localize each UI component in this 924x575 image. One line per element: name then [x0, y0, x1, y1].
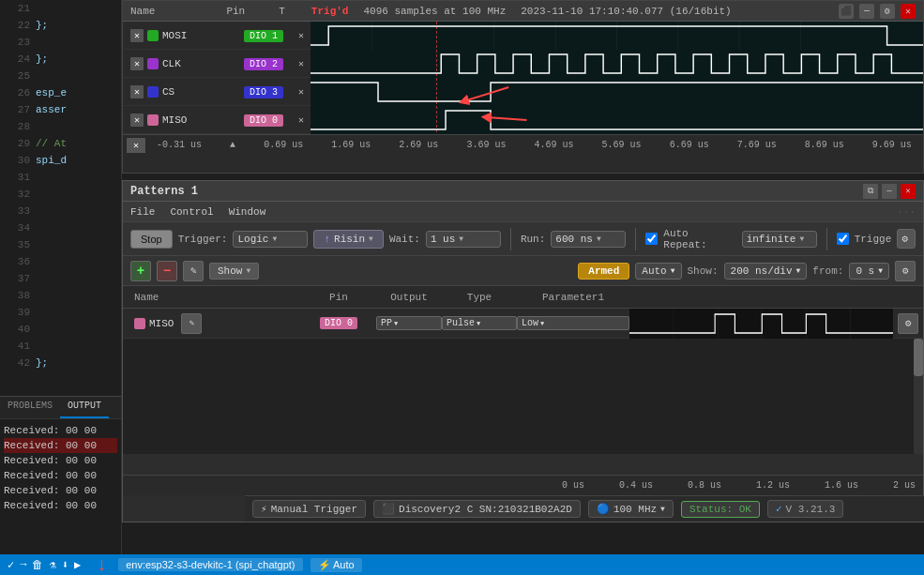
osc-mosi-pin: DIO 1	[235, 30, 292, 41]
pat-scrollbar-thumb[interactable]	[914, 339, 923, 376]
osc-icon-minimize[interactable]: —	[859, 4, 874, 19]
osc-icon-settings[interactable]: ⚙	[880, 4, 895, 19]
osc-cs-t: ✕	[292, 86, 311, 98]
status-trash-icon[interactable]: 🗑	[32, 558, 43, 572]
osc-miso-color	[147, 114, 159, 126]
osc-cs-icon[interactable]: ✕	[130, 85, 144, 98]
osc-icon-close[interactable]: ✕	[901, 4, 916, 19]
show-btn[interactable]: Show ▼	[209, 263, 259, 280]
show-div-label: Show:	[688, 265, 719, 277]
edge-icon: ↑	[324, 234, 330, 245]
col-pin-header: Pin	[301, 292, 376, 303]
status-arrow-icon[interactable]: →	[20, 558, 26, 571]
osc-miso-icon[interactable]: ✕	[130, 113, 144, 127]
code-42: };	[36, 357, 48, 369]
ln-29: 29	[4, 138, 30, 149]
auto-repeat-checkbox[interactable]	[645, 233, 658, 245]
from-dropdown[interactable]: 0 s ▼	[849, 263, 889, 280]
col-output-header: Output	[376, 292, 442, 303]
edge-dropdown[interactable]: ↑ Risin ▼	[313, 230, 383, 249]
osc-clk-icon[interactable]: ✕	[130, 57, 144, 70]
col-headers: Name Pin Output Type Parameter1	[123, 286, 923, 309]
env-button[interactable]: env:esp32-s3-devkitc-1 (spi_chatgpt)	[118, 558, 302, 571]
trigger-check-label: Trigge	[855, 234, 892, 245]
tab-problems[interactable]: PROBLEMS	[0, 397, 60, 418]
pat-icon-minimize[interactable]: —	[882, 184, 897, 199]
osc-cs-pin: DIO 3	[235, 86, 292, 98]
ln-33: 33	[4, 205, 30, 217]
auto-value: Auto	[642, 265, 666, 277]
ln-40: 40	[4, 324, 30, 335]
add-signal-btn[interactable]: +	[130, 261, 151, 281]
ln-41: 41	[4, 340, 30, 352]
remove-signal-btn[interactable]: −	[157, 261, 177, 281]
auto-dropdown[interactable]: Auto ▼	[635, 263, 681, 280]
run-dropdown[interactable]: 600 ns ▼	[551, 231, 626, 248]
pat-icon-restore[interactable]: ⧉	[863, 184, 878, 199]
time-mark-6: 5.69 us	[602, 140, 642, 150]
osc-header: Name Pin T Trig'd 4096 samples at 100 MH…	[123, 1, 923, 22]
ln-34: 34	[4, 222, 30, 234]
osc-clk-name-cell: ✕ CLK	[123, 57, 235, 70]
trigger-settings-btn[interactable]: ⚙	[897, 229, 916, 249]
time-mark-0: -0.31 us	[157, 140, 202, 150]
osc-time-close-btn[interactable]: ✕	[127, 138, 145, 153]
status-check-icon[interactable]: ✓	[8, 558, 14, 572]
term-line-1: Received: 00 00	[4, 423, 117, 438]
terminal-content: Received: 00 00 Received: 00 00 Received…	[0, 419, 121, 517]
status-flask-icon[interactable]: ⚗	[49, 558, 55, 572]
menu-file[interactable]: File	[130, 206, 155, 218]
div-dropdown[interactable]: 200 ns/div ▼	[724, 263, 808, 280]
code-30: spi_d	[36, 155, 67, 166]
ln-26: 26	[4, 87, 30, 98]
pat-scrollbar[interactable]	[914, 339, 923, 454]
pat-miso-param-dropdown[interactable]: Low ▼	[517, 316, 629, 330]
time-trig-icon: ▲	[230, 140, 235, 150]
freq-info[interactable]: 🔵 100 MHz ▼	[588, 500, 674, 518]
time-mark-10: 9.69 us	[872, 140, 912, 150]
oscilloscope-panel: Name Pin T Trig'd 4096 samples at 100 MH…	[122, 0, 924, 174]
edit-signal-btn[interactable]: ✎	[183, 261, 204, 281]
stop-button[interactable]: Stop	[130, 230, 173, 249]
auto-button[interactable]: ⚡ Auto	[311, 558, 362, 572]
wait-dropdown[interactable]: 1 us ▼	[426, 231, 501, 248]
manual-trigger-btn[interactable]: ⚡ Manual Trigger	[252, 500, 366, 518]
code-26: esp_e	[36, 87, 67, 98]
pat-title: Patterns 1	[130, 185, 198, 198]
menu-window[interactable]: Window	[229, 206, 266, 218]
osc-signal-clk: ✕ CLK DIO 2 ✕	[123, 50, 923, 78]
freq-icon: 🔵	[597, 503, 610, 515]
auto-repeat-dropdown[interactable]: infinite ▼	[742, 231, 817, 248]
status-play-icon[interactable]: ▶	[74, 558, 81, 572]
osc-clk-label: CLK	[162, 58, 181, 69]
trigger-check[interactable]	[837, 233, 849, 245]
status-download-icon[interactable]: ⬇	[62, 558, 68, 572]
pat-miso-type-dropdown[interactable]: Pulse ▼	[442, 316, 517, 330]
osc-icon-monitor[interactable]: ⬛	[839, 4, 854, 19]
pat-miso-output-dropdown[interactable]: PP ▼	[376, 316, 442, 330]
wait-label: Wait:	[389, 234, 420, 245]
pat-miso-edit-btn[interactable]: ✎	[181, 313, 202, 334]
osc-signal-miso: ✕ MISO DIO 0 ✕	[123, 106, 923, 134]
osc-mosi-t: ✕	[292, 30, 311, 41]
pat-settings-btn[interactable]: ⚙	[895, 261, 916, 281]
osc-mosi-color	[147, 30, 159, 41]
osc-trig-label: Trig'd	[311, 6, 349, 17]
pat-miso-pin-badge: DIO 0	[320, 317, 357, 329]
from-value: 0 s	[856, 265, 874, 277]
osc-mosi-icon[interactable]: ✕	[130, 29, 144, 42]
ln-24: 24	[4, 53, 30, 65]
time-mark-8: 7.69 us	[737, 140, 777, 150]
osc-samples-info: 4096 samples at 100 MHz	[363, 6, 506, 17]
osc-cs-name-cell: ✕ CS	[123, 85, 235, 98]
pat-miso-name: MISO ✎	[123, 313, 301, 334]
menu-control[interactable]: Control	[170, 206, 213, 218]
pat-miso-settings-btn[interactable]: ⚙	[898, 313, 918, 334]
pat-time-markers-row: 0 us 0.4 us 0.8 us 1.2 us 1.6 us 2 us	[554, 480, 923, 491]
pat-empty-area	[123, 339, 923, 454]
status-bar: ✓ → 🗑 ⚗ ⬇ ▶ ↓ env:esp32-s3-devkitc-1 (sp…	[0, 554, 924, 575]
trigger-type-dropdown[interactable]: Logic ▼	[233, 231, 308, 248]
tab-output[interactable]: OUTPUT	[60, 397, 109, 418]
ln-23: 23	[4, 37, 30, 48]
pat-icon-close[interactable]: ✕	[901, 184, 916, 199]
